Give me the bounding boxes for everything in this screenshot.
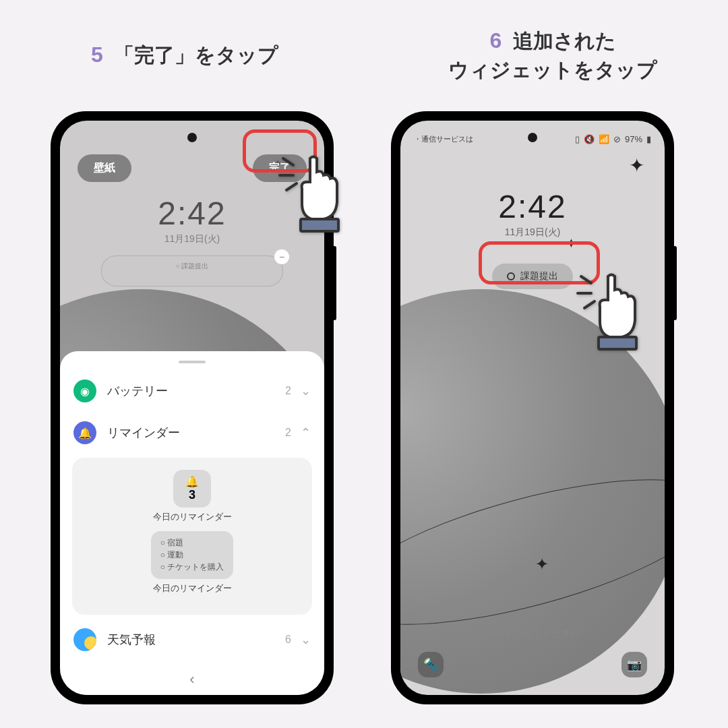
dnd-icon: ⊘ (613, 134, 621, 144)
step5-caption: 5 「完了」をタップ (91, 42, 278, 69)
widget-picker-sheet[interactable]: ◉ バッテリー 2 ⌄ 🔔 リマインダー 2 ⌃ 🔔 3 今日のリマインダー ○… (60, 351, 324, 695)
bell-icon: 🔔 (185, 475, 199, 488)
svg-line-0 (283, 158, 293, 165)
svg-rect-7 (599, 337, 636, 349)
sheet-grabber[interactable] (179, 361, 206, 363)
sparkle-icon: ✦ (629, 154, 644, 177)
app-row-battery[interactable]: ◉ バッテリー 2 ⌄ (71, 370, 313, 412)
task-1: ○ 宿題 (160, 537, 224, 549)
weather-icon (73, 628, 96, 651)
preview-label-2: 今日のリマインダー (84, 583, 300, 595)
widget-preview-small[interactable]: 🔔 3 (173, 470, 211, 508)
svg-rect-3 (301, 219, 338, 231)
phone-right: ✦ ✦ ✦ ・通信サービスは ▯ 🔇 📶 ⊘ 97% ▮ 2:42 11月19日… (391, 111, 674, 704)
app-row-reminder[interactable]: 🔔 リマインダー 2 ⌃ (71, 412, 313, 454)
reminder-label: リマインダー (107, 425, 285, 441)
battery-count: 2 (285, 385, 291, 397)
back-icon[interactable]: ‹ (189, 671, 194, 688)
preview-label-1: 今日のリマインダー (84, 512, 300, 523)
reminder-count: 2 (285, 427, 291, 439)
tap-pointer (574, 260, 655, 363)
clock-time: 2:42 (400, 188, 665, 225)
chevron-down-icon: ⌄ (301, 384, 311, 398)
wifi-icon: 📶 (599, 134, 609, 144)
flashlight-button[interactable]: 🔦 (418, 652, 444, 677)
step6-caption: 6 追加されたウィジェットをタップ (398, 26, 708, 84)
weather-count: 6 (285, 634, 291, 646)
task-3: ○ チケットを購入 (160, 562, 224, 573)
svg-line-6 (584, 301, 595, 308)
svg-line-2 (286, 183, 297, 190)
preview-count: 3 (185, 488, 199, 502)
side-button (332, 246, 336, 320)
tap-pointer (276, 142, 357, 245)
battery-icon: ▮ (646, 134, 651, 144)
step6-text: 追加されたウィジェットをタップ (448, 30, 657, 81)
sparkle-icon: ✦ (535, 555, 549, 574)
battery-percent: 97% (625, 134, 642, 144)
step5-text: 「完了」をタップ (114, 44, 278, 66)
front-camera (187, 133, 197, 142)
app-row-weather[interactable]: 天気予報 6 ⌄ (71, 619, 313, 661)
widget-preview-list[interactable]: ○ 宿題 ○ 運動 ○ チケットを購入 (151, 531, 234, 579)
chevron-down-icon: ⌄ (301, 632, 311, 647)
status-icons: ▯ 🔇 📶 ⊘ 97% ▮ (575, 134, 651, 144)
swipe-hint: スワイプしてください (400, 628, 665, 640)
side-button (673, 246, 677, 320)
battery-label: バッテリー (107, 383, 285, 399)
vibrate-icon: ▯ (575, 134, 580, 144)
front-camera (528, 133, 537, 142)
weather-label: 天気予報 (107, 632, 285, 648)
widget-edit-frame[interactable]: ○ 課題提出 − (101, 255, 283, 286)
step6-number: 6 (489, 28, 502, 53)
status-carrier: ・通信サービスは (414, 134, 473, 144)
step5-number: 5 (91, 42, 103, 67)
battery-icon: ◉ (73, 380, 96, 402)
remove-widget-icon[interactable]: − (274, 249, 289, 264)
svg-line-4 (581, 276, 591, 283)
mini-widget-text: ○ 課題提出 (176, 262, 209, 271)
camera-button[interactable]: 📷 (621, 652, 647, 677)
reminder-widget-previews: 🔔 3 今日のリマインダー ○ 宿題 ○ 運動 ○ チケットを購入 今日のリマイ… (72, 458, 312, 615)
task-2: ○ 運動 (160, 549, 224, 561)
screen-right: ✦ ✦ ✦ ・通信サービスは ▯ 🔇 📶 ⊘ 97% ▮ 2:42 11月19日… (400, 121, 665, 695)
clock-date: 11月19日(火) (400, 226, 665, 239)
mute-icon: 🔇 (584, 134, 595, 144)
reminder-icon: 🔔 (73, 421, 96, 444)
chevron-up-icon: ⌃ (301, 425, 311, 440)
clock-area: 2:42 11月19日(火) (400, 188, 665, 239)
wallpaper-button[interactable]: 壁紙 (78, 154, 131, 182)
